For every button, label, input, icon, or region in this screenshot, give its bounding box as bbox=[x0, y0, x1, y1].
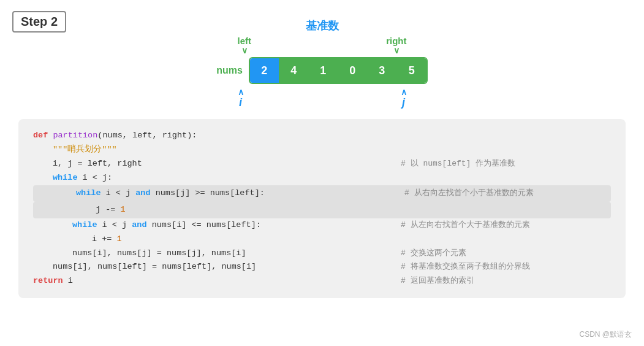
code-line-2: """哨兵划分""" bbox=[33, 143, 611, 157]
num-2: 1 bbox=[117, 234, 122, 244]
nums-label: nums bbox=[216, 65, 243, 76]
array-cell-4: 3 bbox=[368, 58, 397, 83]
kw-while-1: while bbox=[53, 173, 83, 182]
array-cell-2: 1 bbox=[309, 58, 338, 83]
code-left-8: i += 1 bbox=[33, 233, 388, 247]
code-line-1: def partition(nums, left, right): bbox=[33, 129, 611, 143]
kw-and-2: and bbox=[132, 220, 151, 229]
right-pointer: right ∨ bbox=[386, 36, 406, 55]
code-line-4: while i < j: bbox=[33, 171, 611, 185]
code-left-9: nums[i], nums[j] = nums[j], nums[i] bbox=[33, 247, 388, 261]
left-pointer: left ∨ bbox=[238, 36, 252, 55]
code-left-3: i, j = left, right bbox=[33, 157, 388, 171]
array-wrapper: 2 4 1 0 3 5 bbox=[249, 57, 428, 84]
array-cell-5: 5 bbox=[397, 58, 426, 83]
plain-7a: i < j bbox=[102, 220, 132, 229]
left-arrow-down: ∨ bbox=[241, 46, 248, 55]
plain-4: i < j: bbox=[83, 173, 113, 182]
code-left-7: while i < j and nums[i] <= nums[left]: bbox=[33, 218, 388, 233]
plain-1: (nums, left, right): bbox=[97, 131, 197, 140]
code-line-3: i, j = left, right # 以 nums[left] 作为基准数 bbox=[33, 157, 611, 171]
ij-row: ∧ i ∧ j bbox=[218, 88, 426, 109]
plain-8: i += bbox=[92, 234, 117, 244]
kw-and-1: and bbox=[135, 188, 155, 198]
code-line-11: return i # 返回基准数的索引 bbox=[33, 274, 611, 288]
num-1: 1 bbox=[121, 205, 126, 214]
array-visualization: 基准数 left ∨ right ∨ nums 2 4 1 0 3 5 bbox=[18, 18, 626, 109]
code-section: def partition(nums, left, right): """哨兵划… bbox=[18, 119, 626, 298]
kw-return: return bbox=[33, 276, 68, 285]
i-label-group: ∧ i bbox=[238, 88, 244, 109]
code-left-1: def partition(nums, left, right): bbox=[33, 129, 388, 143]
plain-6: j -= bbox=[96, 205, 121, 214]
comment-11: # 返回基准数的索引 bbox=[388, 274, 611, 288]
plain-10: nums[i], nums[left] = nums[left], nums[i… bbox=[53, 262, 256, 271]
j-label-group: ∧ j bbox=[401, 88, 407, 109]
left-pointer-label: left bbox=[238, 36, 252, 46]
step-badge: Step 2 bbox=[12, 11, 66, 33]
kw-while-3: while bbox=[72, 220, 102, 229]
j-label: j bbox=[402, 96, 405, 109]
plain-3: i, j = left, right bbox=[53, 159, 142, 168]
i-label: i bbox=[239, 96, 242, 109]
code-line-10: nums[i], nums[left] = nums[left], nums[i… bbox=[33, 260, 611, 274]
comment-10: # 将基准数交换至两子数组的分界线 bbox=[388, 260, 611, 274]
code-left-11: return i bbox=[33, 274, 388, 288]
pointer-row: left ∨ right ∨ bbox=[218, 36, 426, 55]
code-left-6: j -= 1 bbox=[37, 203, 392, 217]
fn-partition: partition bbox=[53, 131, 97, 140]
array-row: nums 2 4 1 0 3 5 bbox=[216, 57, 428, 84]
plain-11: i bbox=[68, 276, 73, 285]
code-line-5: while i < j and nums[j] >= nums[left]: #… bbox=[33, 185, 611, 202]
right-pointer-label: right bbox=[386, 36, 406, 46]
plain-5a: i < j bbox=[106, 188, 136, 198]
kw-def: def bbox=[33, 131, 53, 140]
right-arrow-down: ∨ bbox=[393, 46, 400, 55]
code-left-5: while i < j and nums[j] >= nums[left]: bbox=[37, 186, 392, 201]
main-container: Step 2 基准数 left ∨ right ∨ nums 2 4 1 0 3 bbox=[0, 0, 644, 346]
array-cell-0: 2 bbox=[250, 58, 279, 83]
str-docstring: """哨兵划分""" bbox=[53, 145, 117, 154]
comment-3: # 以 nums[left] 作为基准数 bbox=[388, 157, 611, 171]
plain-9: nums[i], nums[j] = nums[j], nums[i] bbox=[72, 248, 246, 258]
comment-9: # 交换这两个元素 bbox=[388, 247, 611, 260]
array-cell-1: 4 bbox=[279, 58, 309, 83]
plain-5b: nums[j] >= nums[left]: bbox=[156, 188, 265, 198]
i-arrow-up: ∧ bbox=[238, 88, 244, 96]
kw-while-2: while bbox=[76, 188, 106, 198]
code-line-7: while i < j and nums[i] <= nums[left]: #… bbox=[33, 218, 611, 233]
code-left-4: while i < j: bbox=[33, 171, 388, 185]
pivot-label: 基准数 bbox=[306, 18, 339, 33]
code-line-9: nums[i], nums[j] = nums[j], nums[i] # 交换… bbox=[33, 247, 611, 261]
code-left-2: """哨兵划分""" bbox=[33, 143, 388, 157]
watermark: CSDN @默语玄 bbox=[579, 329, 632, 340]
plain-7b: nums[i] <= nums[left]: bbox=[152, 220, 261, 229]
j-arrow-up: ∧ bbox=[401, 88, 407, 96]
code-line-8: i += 1 bbox=[33, 233, 611, 247]
array-cell-3: 0 bbox=[338, 58, 368, 83]
code-line-6: j -= 1 bbox=[33, 202, 611, 218]
comment-7: # 从左向右找首个大于基准数的元素 bbox=[388, 218, 611, 232]
code-left-10: nums[i], nums[left] = nums[left], nums[i… bbox=[33, 260, 388, 274]
comment-5: # 从右向左找首个小于基准数的元素 bbox=[392, 186, 607, 200]
